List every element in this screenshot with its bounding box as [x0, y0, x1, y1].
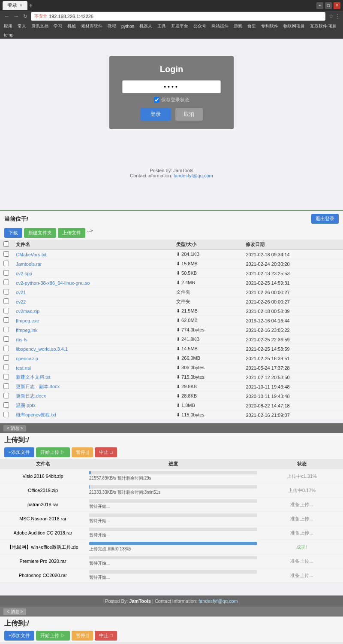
file-size: ⬇ 241.8KB — [173, 335, 242, 344]
file-checkbox[interactable] — [3, 308, 9, 313]
maximize-btn[interactable]: □ — [325, 2, 332, 9]
toolbar-icons: ☆ ⋮ — [329, 13, 340, 19]
bookmark-item[interactable]: 开发平台 — [170, 23, 190, 30]
file-checkbox[interactable] — [3, 270, 9, 276]
bookmark-item[interactable]: temp — [3, 32, 15, 38]
file-checkbox[interactable] — [3, 317, 9, 323]
minimize-btn[interactable]: − — [316, 2, 323, 9]
footer2-email[interactable]: fandesfyf@qq.com — [199, 598, 238, 604]
pause-btn1[interactable]: 暂停 || — [72, 447, 93, 457]
file-checkbox[interactable] — [3, 298, 9, 304]
bookmark-item[interactable]: 互取软件·项目 — [309, 23, 338, 30]
bookmark-item[interactable]: 公众号 — [192, 23, 208, 30]
file-link[interactable]: 更新日志.docx — [16, 393, 46, 398]
refresh-btn[interactable]: ↻ — [21, 12, 29, 20]
file-checkbox[interactable] — [3, 346, 9, 351]
table-row: ffmpeg.lnk ⬇ 774.0bytes 2021-02-16 23:05… — [0, 325, 343, 335]
cancel-button[interactable]: 取消 — [175, 108, 203, 121]
file-link[interactable]: cv2.cpp — [16, 271, 32, 276]
footer-email[interactable]: fandesfyf@qq.com — [174, 173, 213, 178]
logout-button[interactable]: 退出登录 — [311, 214, 339, 224]
file-link[interactable]: rbsrls — [16, 337, 27, 342]
bookmark-item[interactable]: 台里 — [246, 23, 257, 30]
login-button[interactable]: 登录 — [140, 108, 171, 121]
bookmark-item[interactable]: 腾讯文档 — [30, 23, 50, 30]
close-btn[interactable]: × — [334, 2, 340, 9]
file-checkbox[interactable] — [3, 374, 9, 380]
start-upload-btn1[interactable]: 开始上传 ▷ — [36, 447, 69, 457]
address-bar[interactable]: 不安全 192.168.226.1:42226 — [31, 12, 325, 21]
bookmark-item[interactable]: 机械 — [66, 23, 77, 30]
file-link[interactable]: cv2mac.zip — [16, 309, 39, 314]
new-tab-btn[interactable]: + — [29, 2, 33, 9]
file-link[interactable]: 温圈.pptx — [16, 403, 36, 408]
bookmark-item[interactable]: 机器人 — [138, 23, 153, 30]
tab-close-btn[interactable]: × — [20, 3, 22, 8]
file-link[interactable]: ffmpeg.lnk — [16, 328, 38, 333]
file-link[interactable]: 新建文本文档.txt — [16, 374, 51, 380]
pause-btn2[interactable]: 暂停 || — [72, 631, 93, 641]
file-checkbox[interactable] — [3, 327, 9, 332]
file-checkbox[interactable] — [3, 355, 9, 361]
file-manager: 当前位于/ 退出登录 下载 新建文件夹 上传文件 --> 文件名 类型/大小 修… — [0, 211, 343, 420]
bookmark-item[interactable]: 游戏 — [232, 23, 244, 30]
file-link[interactable]: libopencv_world.so.3.4.1 — [16, 346, 68, 352]
arrow-btn[interactable]: --> — [87, 228, 93, 238]
file-link[interactable]: test.nsi — [16, 365, 31, 371]
file-checkbox[interactable] — [3, 336, 9, 342]
bookmark-item[interactable]: 学习 — [52, 23, 63, 30]
password-input[interactable] — [122, 80, 221, 93]
table-row: cv2mac.zip ⬇ 21.5MB 2021-02-18 00:58:09 — [0, 307, 343, 316]
file-link[interactable]: cv21 — [16, 290, 26, 295]
bookmark-item[interactable]: 应用 — [3, 23, 14, 30]
start-upload-btn2[interactable]: 开始上传 ▷ — [36, 631, 69, 641]
add-file-btn1[interactable]: +添加文件 — [4, 447, 34, 457]
forward-btn[interactable]: → — [12, 12, 21, 20]
bookmark-item[interactable]: 常人 — [16, 23, 27, 30]
file-checkbox[interactable] — [3, 279, 9, 285]
file-link[interactable]: 更新日志 - 副本.docx — [16, 384, 60, 389]
new-folder-button[interactable]: 新建文件夹 — [24, 228, 56, 238]
select-all-checkbox[interactable] — [3, 241, 9, 247]
file-modified: 2021-02-16 23:05:22 — [242, 325, 343, 335]
file-checkbox[interactable] — [3, 251, 9, 257]
upload-section-header: < 消息 > — [0, 423, 343, 433]
file-link[interactable]: CMakeVars.txt — [16, 252, 46, 257]
file-checkbox[interactable] — [3, 289, 9, 295]
bookmark-item[interactable]: 网站抓件 — [210, 23, 230, 30]
file-link[interactable]: Jamtools.rar — [16, 261, 42, 267]
file-checkbox[interactable] — [3, 261, 9, 266]
upload-button[interactable]: 上传文件 — [58, 228, 85, 238]
remember-checkbox[interactable] — [154, 97, 159, 103]
active-tab[interactable]: 登录 × — [3, 1, 27, 10]
upload-status: 准备上传... — [261, 554, 343, 568]
bookmark-item[interactable]: 素材库软件 — [80, 23, 104, 30]
upload-title2: 上传到:/ — [0, 617, 343, 629]
bookmark-item[interactable]: python — [120, 23, 135, 30]
stop-btn2[interactable]: 中止 □ — [95, 631, 117, 641]
bookmark-item[interactable]: 教程 — [106, 23, 117, 30]
file-size: ⬇ 21.5MB — [173, 307, 242, 316]
file-checkbox[interactable] — [3, 402, 9, 408]
menu-icon[interactable]: ⋮ — [335, 13, 340, 19]
table-row: rbsrls ⬇ 241.8KB 2021-02-25 22:36:59 — [0, 335, 343, 344]
stop-btn1[interactable]: 中止 □ — [95, 447, 117, 457]
file-checkbox[interactable] — [3, 365, 9, 370]
bookmark-item[interactable]: 物联网项目 — [282, 23, 306, 30]
back-btn[interactable]: ← — [3, 12, 11, 20]
bookmark-item[interactable]: 工具 — [156, 23, 167, 30]
star-icon[interactable]: ☆ — [329, 13, 334, 19]
file-checkbox[interactable] — [3, 412, 9, 417]
file-link[interactable]: ffmpeg.exe — [16, 318, 39, 323]
file-checkbox[interactable] — [3, 393, 9, 398]
download-button[interactable]: 下载 — [4, 228, 22, 238]
file-modified: 2020-08-22 14:47:18 — [242, 401, 343, 410]
file-link[interactable]: cv22 — [16, 299, 26, 304]
file-link[interactable]: opencv.zip — [16, 356, 38, 361]
upload-status: 成功! — [261, 540, 343, 554]
file-checkbox[interactable] — [3, 383, 9, 389]
file-link[interactable]: cv2-python-38-x86_64-linux-gnu.so — [16, 280, 90, 286]
add-file-btn2[interactable]: +添加文件 — [4, 631, 34, 641]
bookmark-item[interactable]: 专利软件 — [260, 23, 280, 30]
file-link[interactable]: 概率opencv教程.txt — [16, 412, 56, 417]
